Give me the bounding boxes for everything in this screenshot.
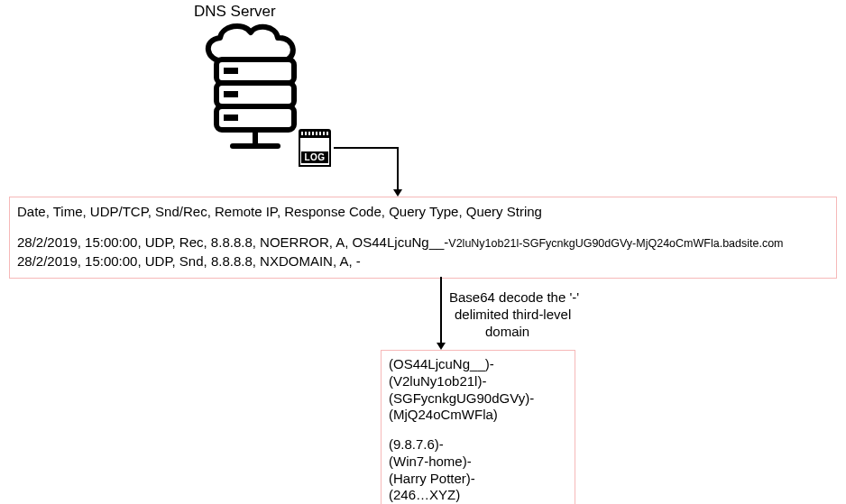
- arrow-log-to-table-head: [393, 189, 402, 197]
- dns-server-title: DNS Server: [194, 3, 276, 21]
- encoded-part-1: (OS44LjcuNg__)-: [389, 356, 567, 373]
- decoded-part-4: (246…XYZ): [389, 487, 567, 504]
- svg-rect-5: [224, 115, 238, 121]
- log-header-row: Date, Time, UDP/TCP, Snd/Rec, Remote IP,…: [17, 203, 829, 221]
- encoded-part-3: (SGFycnkgUG90dGVy)-: [389, 390, 567, 408]
- encoded-part-4: (MjQ24oCmWFla): [389, 407, 567, 424]
- svg-rect-3: [224, 68, 238, 74]
- arrow-decode-label: Base64 decode the '-' delimited third-le…: [449, 289, 579, 340]
- arrow-decode-label-line1: Base64 decode the '-': [449, 289, 579, 307]
- arrow-log-to-table-v: [397, 147, 399, 190]
- dns-log-table: Date, Time, UDP/TCP, Snd/Rec, Remote IP,…: [9, 197, 837, 279]
- log-row-2: 28/2/2019, 15:00:00, UDP, Snd, 8.8.8.8, …: [17, 252, 829, 270]
- decode-box: (OS44LjcuNg__)- (V2luNy1ob21l)- (SGFycnk…: [381, 350, 575, 504]
- decoded-part-1: (9.8.7.6)-: [389, 436, 567, 454]
- arrow-table-to-decode-v: [440, 277, 442, 344]
- log-row-1: 28/2/2019, 15:00:00, UDP, Rec, 8.8.8.8, …: [17, 234, 829, 252]
- log-row-1-query-suffix: V2luNy1ob21l-SGFycnkgUG90dGVy-MjQ24oCmWF…: [448, 237, 783, 250]
- log-row-1-prefix: 28/2/2019, 15:00:00, UDP, Rec, 8.8.8.8, …: [17, 234, 448, 250]
- encoded-part-2: (V2luNy1ob21l)-: [389, 373, 567, 390]
- svg-rect-4: [224, 91, 238, 97]
- arrow-decode-label-line2: delimited third-level: [449, 307, 579, 324]
- arrow-table-to-decode-head: [437, 343, 446, 350]
- dns-server-icon: [197, 20, 314, 158]
- decoded-part-2: (Win7-home)-: [389, 454, 567, 471]
- decoded-part-3: (Harry Potter)-: [389, 471, 567, 488]
- log-file-label: LOG: [301, 151, 327, 163]
- arrow-log-to-table-h: [334, 147, 399, 149]
- log-file-icon: LOG: [299, 129, 331, 167]
- arrow-decode-label-line3: domain: [449, 324, 579, 341]
